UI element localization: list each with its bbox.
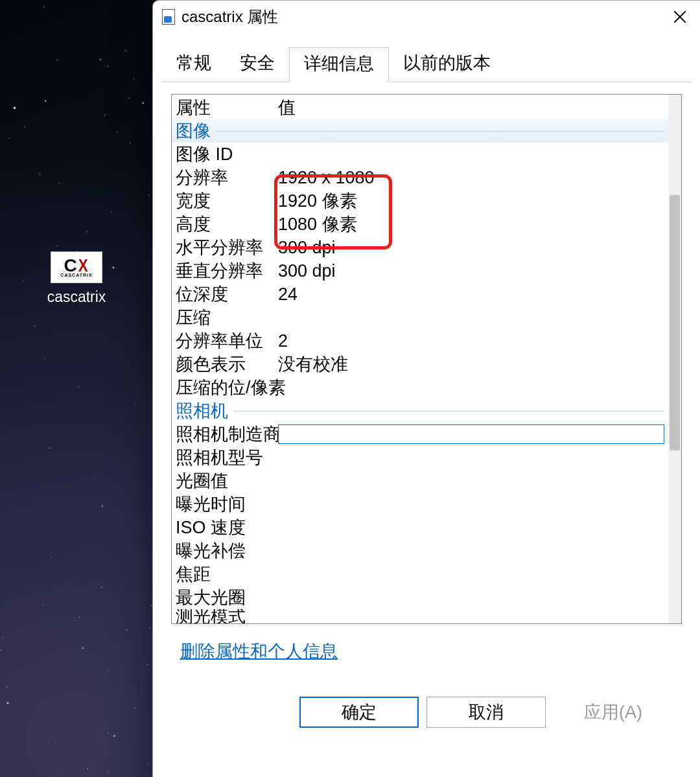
section-rule [216,131,664,132]
remove-props-link-row: 删除属性和个人信息 [162,624,691,667]
remove-props-link[interactable]: 删除属性和个人信息 [180,642,338,661]
row-cam-maker[interactable]: 照相机制造商 [172,423,668,446]
tab-details[interactable]: 详细信息 [289,47,389,82]
tab-previous-versions[interactable]: 以前的版本 [389,47,505,82]
row-hdpi[interactable]: 水平分辨率 300 dpi [172,236,668,259]
row-metering[interactable]: 测光模式 [172,609,668,623]
close-icon [673,10,686,23]
row-image-id[interactable]: 图像 ID [172,143,668,166]
row-exposure[interactable]: 曝光时间 [172,493,668,516]
row-expbias[interactable]: 曝光补偿 [172,539,668,562]
cancel-button[interactable]: 取消 [426,697,546,728]
row-focal[interactable]: 焦距 [172,562,668,586]
row-bitdepth[interactable]: 位深度 24 [172,283,668,306]
close-button[interactable] [664,4,696,30]
dialog-button-row: 确定 取消 应用(A) [162,667,691,742]
section-camera: 照相机 [172,399,668,423]
row-maxaperture[interactable]: 最大光圈 [172,586,668,609]
cam-maker-input[interactable] [278,424,664,444]
header-value: 值 [274,95,681,119]
row-cam-model[interactable]: 照相机型号 [172,446,668,469]
row-resolution[interactable]: 分辨率 1920 x 1080 [172,166,668,189]
row-width[interactable]: 宽度 1920 像素 [172,189,668,213]
window-title: cascatrix 属性 [181,6,664,27]
properties-dialog: cascatrix 属性 常规 安全 详细信息 以前的版本 属性 值 图像 [152,0,700,777]
scrollbar-thumb[interactable] [670,195,680,450]
row-iso[interactable]: ISO 速度 [172,516,668,539]
tab-strip: 常规 安全 详细信息 以前的版本 [153,33,700,82]
section-image: 图像 [172,119,668,143]
tab-general[interactable]: 常规 [162,47,226,82]
document-icon [162,9,175,25]
titlebar[interactable]: cascatrix 属性 [153,1,700,33]
file-thumbnail: CX CASCATRIX [51,251,102,283]
file-label: cascatrix [47,288,106,306]
tab-security[interactable]: 安全 [226,47,289,82]
row-compression[interactable]: 压缩 [172,306,668,329]
grid-header: 属性 值 [172,95,681,119]
header-property: 属性 [172,95,274,119]
row-fstop[interactable]: 光圈值 [172,469,668,493]
section-rule [233,411,664,412]
apply-button: 应用(A) [554,697,673,728]
tab-panel: 属性 值 图像 图像 ID 分辨率 1920 x 1080 宽度 [162,82,691,777]
row-vdpi[interactable]: 垂直分辨率 300 dpi [172,259,668,283]
property-list[interactable]: 图像 图像 ID 分辨率 1920 x 1080 宽度 1920 像素 高度 [172,119,681,623]
desktop-file-icon[interactable]: CX CASCATRIX cascatrix [38,251,115,306]
row-height[interactable]: 高度 1080 像素 [172,213,668,236]
row-bpp[interactable]: 压缩的位/像素 [172,376,668,399]
row-colorrep[interactable]: 颜色表示 没有校准 [172,353,668,376]
row-resunit[interactable]: 分辨率单位 2 [172,329,668,353]
ok-button[interactable]: 确定 [299,697,419,728]
details-panel: 属性 值 图像 图像 ID 分辨率 1920 x 1080 宽度 [171,94,682,624]
scrollbar-track[interactable] [668,95,681,623]
